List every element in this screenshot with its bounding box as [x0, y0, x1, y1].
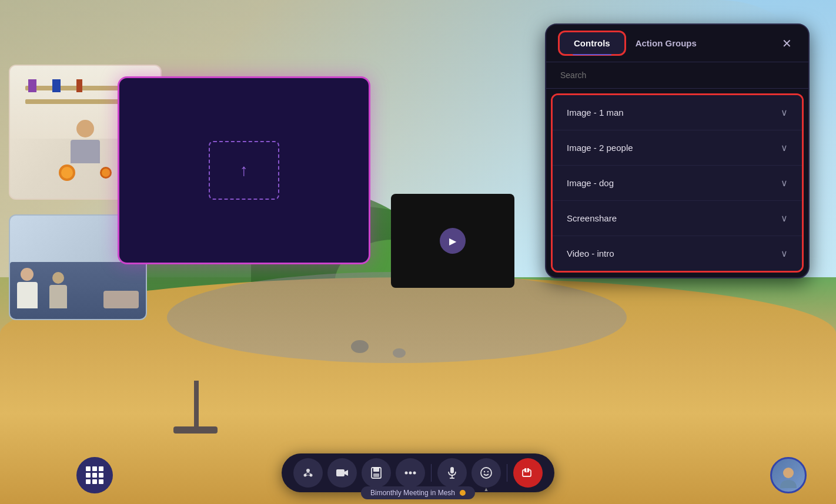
list-item-screenshare[interactable]: Screenshare ∨: [553, 201, 802, 236]
tab-controls[interactable]: Controls: [558, 31, 626, 56]
svg-point-11: [405, 472, 408, 475]
svg-point-17: [481, 468, 491, 478]
chevron-icon: ∨: [781, 142, 788, 153]
meeting-badge: Bimonthly Meeting in Mesh: [361, 486, 475, 499]
apps-grid-icon: [86, 466, 103, 484]
svg-marker-7: [345, 470, 348, 476]
search-container: [546, 62, 808, 89]
svg-line-3: [305, 472, 308, 474]
chevron-icon: ∨: [781, 177, 788, 189]
share-button[interactable]: [513, 458, 543, 488]
svg-point-19: [487, 471, 489, 472]
mesh-button[interactable]: [293, 458, 323, 488]
controls-list: Image - 1 man ∨ Image - 2 people ∨ Image…: [551, 93, 804, 273]
mic-icon: [447, 466, 457, 479]
controls-panel: Controls Action Groups ✕ Image - 1 man ∨…: [545, 23, 810, 278]
meeting-status-dot: [460, 490, 466, 496]
more-icon: [404, 471, 416, 475]
svg-line-4: [308, 472, 311, 474]
screen-stand: [194, 381, 199, 428]
blanket: [103, 291, 139, 308]
save-icon: [370, 466, 382, 479]
play-icon: ▶: [449, 236, 456, 247]
chevron-icon: ∨: [781, 213, 788, 224]
svg-rect-6: [336, 469, 345, 476]
book-3: [76, 79, 82, 92]
chevron-icon: ∨: [781, 248, 788, 259]
book-1: [28, 79, 36, 92]
person-body: [59, 120, 112, 179]
panel-header: Controls Action Groups ✕: [546, 25, 808, 62]
list-item-image-dog[interactable]: Image - dog ∨: [553, 166, 802, 201]
more-button[interactable]: ▲: [396, 458, 425, 488]
list-item-image-1-man[interactable]: Image - 1 man ∨: [553, 95, 802, 130]
toolbar-separator-2: [507, 464, 507, 482]
apps-button[interactable]: [76, 457, 113, 493]
svg-point-12: [409, 472, 412, 475]
share-icon: [521, 466, 534, 479]
display-screen[interactable]: ↑: [118, 76, 370, 264]
video-button[interactable]: [327, 458, 357, 488]
list-item-video-intro[interactable]: Video - intro ∨: [553, 236, 802, 271]
upload-area[interactable]: ↑: [209, 141, 279, 200]
list-item-label: Image - dog: [567, 178, 614, 188]
svg-point-0: [306, 469, 310, 472]
svg-rect-9: [373, 468, 379, 472]
avatar-button[interactable]: [770, 457, 807, 493]
video-icon: [336, 466, 349, 479]
search-input[interactable]: [556, 68, 799, 82]
video-thumbnail[interactable]: ▶: [391, 194, 514, 288]
list-item-label: Image - 2 people: [567, 143, 633, 153]
couch-scene: [17, 268, 67, 308]
list-item-label: Video - intro: [567, 248, 614, 258]
play-button[interactable]: ▶: [440, 228, 466, 254]
svg-point-13: [413, 472, 416, 475]
svg-point-18: [484, 471, 485, 472]
upload-icon: ↑: [240, 161, 248, 180]
list-item-label: Screenshare: [567, 213, 617, 223]
screen-base: [173, 426, 218, 434]
mesh-icon: [302, 466, 315, 479]
avatar-image: [775, 462, 801, 488]
svg-rect-10: [373, 473, 379, 477]
emoji-button[interactable]: ▲: [471, 458, 501, 488]
svg-rect-14: [450, 467, 454, 473]
emoji-icon: [480, 466, 493, 479]
rock-1: [351, 340, 369, 353]
book-2: [52, 79, 61, 92]
toolbar-separator: [431, 464, 432, 482]
list-item-image-2-people[interactable]: Image - 2 people ∨: [553, 130, 802, 166]
mic-button[interactable]: ▲: [437, 458, 467, 488]
svg-point-23: [783, 468, 794, 478]
meeting-title: Bimonthly Meeting in Mesh: [370, 489, 455, 497]
list-item-label: Image - 1 man: [567, 107, 624, 117]
save-button[interactable]: [362, 458, 391, 488]
tab-action-groups[interactable]: Action Groups: [636, 38, 768, 48]
close-button[interactable]: ✕: [777, 35, 797, 52]
chevron-icon: ∨: [781, 107, 788, 118]
